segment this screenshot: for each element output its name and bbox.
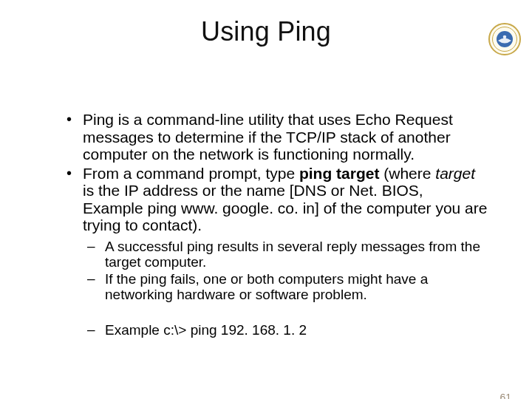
spacer [83,304,488,318]
slide-title: Using Ping [0,16,532,47]
slide: Using Ping Ping is a command-line utilit… [0,16,532,399]
bullet-2-mid2: is the IP address or the name [DNS or Ne… [83,182,487,233]
svg-point-3 [503,35,507,39]
slide-body: Ping is a command-line utility that uses… [61,111,488,339]
sub-bullet-3: Example c:\> ping 192. 168. 1. 2 [83,322,488,338]
sub-bullet-3-text: Example c:\> ping 192. 168. 1. 2 [105,322,307,338]
bullet-1: Ping is a command-line utility that uses… [61,111,488,163]
bullet-2-mid1: (where [379,165,435,182]
bullet-2: From a command prompt, type ping target … [61,165,488,338]
institution-seal-icon [488,22,522,59]
bullet-1-text: Ping is a command-line utility that uses… [83,111,453,163]
bullet-2-target: target [435,165,475,182]
sub-bullet-1: A successful ping results in several rep… [83,239,488,270]
sub-bullet-1-text: A successful ping results in several rep… [105,239,480,270]
sub-bullet-2-text: If the ping fails, one or both computers… [105,271,428,302]
bullet-2-pre: From a command prompt, type [83,165,299,182]
page-number: 61 [499,392,511,399]
bullet-2-command: ping target [299,165,380,182]
sub-bullet-2: If the ping fails, one or both computers… [83,271,488,303]
